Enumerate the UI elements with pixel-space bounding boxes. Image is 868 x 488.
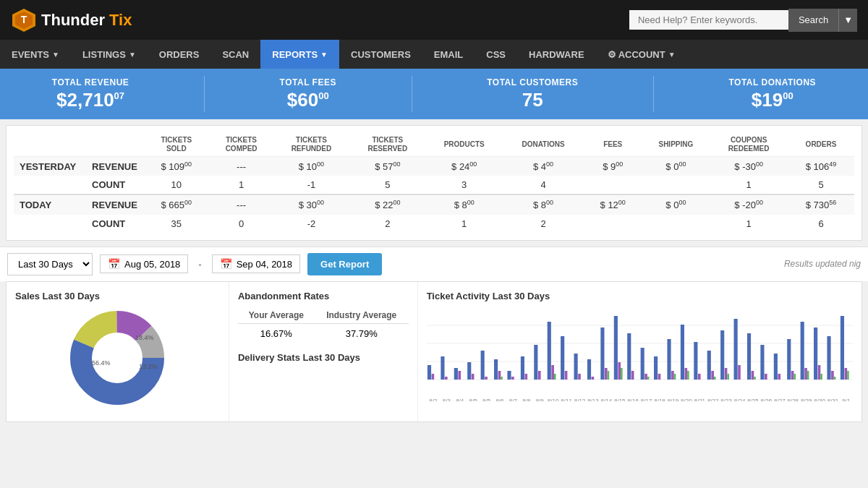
- yd-count-comped: 1: [210, 176, 273, 194]
- stat-divider-1: [204, 76, 205, 112]
- svg-rect-58: [694, 342, 697, 380]
- stats-bar: TOTAL REVENUE $2,71007 TOTAL FEES $6000 …: [0, 69, 868, 119]
- yd-count-refunded: -1: [273, 176, 349, 194]
- svg-rect-30: [547, 322, 550, 380]
- td-rev-comped: ---: [210, 194, 273, 214]
- today-revenue-row: TODAY REVENUE $ 66500 --- $ 3000 $ 2200 …: [14, 194, 854, 214]
- stat-total-customers: TOTAL CUSTOMERS 75: [487, 77, 578, 111]
- x-label-15: 8/16: [626, 398, 639, 401]
- svg-rect-78: [800, 322, 804, 380]
- nav-email[interactable]: EMAIL: [422, 40, 475, 69]
- donut-chart: 56.4% 18.4% 13.2%: [63, 304, 171, 412]
- svg-rect-54: [673, 374, 676, 380]
- svg-rect-37: [587, 359, 591, 380]
- account-arrow: ▼: [668, 51, 676, 59]
- report-table-section: TICKETSSOLD TICKETSCOMPED TICKETSREFUNDE…: [6, 125, 862, 241]
- svg-rect-43: [618, 362, 621, 380]
- svg-rect-14: [445, 377, 448, 380]
- nav-hardware[interactable]: HARDWARE: [517, 40, 596, 69]
- svg-rect-88: [844, 368, 847, 380]
- nav-reports[interactable]: REPORTS ▼: [260, 40, 339, 69]
- svg-rect-18: [471, 374, 474, 380]
- controls-row: Last 30 Days Last 7 Days Last 90 Days Cu…: [0, 247, 868, 281]
- th-tickets-refunded: TICKETSREFUNDED: [273, 133, 349, 157]
- yd-count-reserved: 5: [349, 176, 425, 194]
- x-label-30: 8/31: [826, 398, 839, 401]
- th-group: [14, 133, 86, 157]
- svg-rect-71: [760, 345, 764, 380]
- abandon-col2-header: Industry Average: [315, 307, 409, 324]
- svg-rect-83: [820, 374, 822, 380]
- get-report-button[interactable]: Get Report: [307, 253, 382, 275]
- svg-rect-22: [498, 371, 501, 380]
- ticket-activity-title: Ticket Activity Last 30 Days: [427, 291, 853, 301]
- td-count-donations: 2: [503, 215, 584, 233]
- svg-rect-39: [600, 328, 604, 380]
- svg-rect-73: [773, 354, 777, 380]
- yd-rev-products: $ 2400: [425, 157, 503, 176]
- date-range-select[interactable]: Last 30 Days Last 7 Days Last 90 Days Cu…: [7, 253, 93, 275]
- donut-chart-wrap: 56.4% 18.4% 13.2%: [15, 307, 220, 408]
- search-dropdown-button[interactable]: ▼: [838, 9, 857, 32]
- donut-label-yellow: 18.4%: [135, 334, 154, 341]
- calendar-from-icon: 📅: [108, 258, 120, 270]
- svg-rect-59: [698, 374, 701, 380]
- yd-rev-comped: ---: [210, 157, 273, 176]
- bar-chart-wrap: 8/28/38/48/58/58/68/78/88/98/108/118/128…: [427, 307, 853, 401]
- svg-rect-38: [591, 377, 594, 380]
- logo[interactable]: T ThunderTix: [11, 7, 132, 33]
- yd-count-fees: [584, 176, 642, 194]
- nav-account[interactable]: ⚙ ACCOUNT ▼: [596, 40, 687, 69]
- td-count-reserved: 2: [349, 215, 425, 233]
- yesterday-count-row: COUNT 10 1 -1 5 3 4 1 5: [14, 176, 854, 194]
- x-label-1: 8/3: [440, 398, 453, 401]
- svg-rect-65: [727, 374, 729, 380]
- x-label-8: 8/9: [533, 398, 546, 401]
- nav-scan[interactable]: SCAN: [210, 40, 260, 69]
- x-label-26: 8/27: [773, 398, 786, 401]
- svg-rect-79: [804, 368, 807, 380]
- x-label-9: 8/10: [546, 398, 559, 401]
- svg-text:T: T: [21, 14, 27, 25]
- x-label-27: 8/28: [786, 398, 799, 401]
- svg-rect-26: [520, 356, 524, 380]
- svg-rect-31: [551, 365, 554, 380]
- yd-count-products: 3: [425, 176, 503, 194]
- svg-rect-15: [454, 368, 457, 380]
- x-label-29: 8/30: [813, 398, 826, 401]
- date-from[interactable]: Aug 05, 2018: [124, 259, 180, 270]
- x-label-12: 8/13: [587, 398, 600, 401]
- yd-rev-donations: $ 400: [503, 157, 584, 176]
- yesterday-revenue-row: YESTERDAY REVENUE $ 10900 --- $ 1000 $ 5…: [14, 157, 854, 176]
- td-rev-orders: $ 73056: [788, 194, 854, 214]
- nav-listings[interactable]: LISTINGS ▼: [71, 40, 148, 69]
- yd-count-group: [14, 176, 86, 194]
- nav-customers[interactable]: CUSTOMERS: [339, 40, 422, 69]
- date-to[interactable]: Sep 04, 2018: [237, 259, 292, 270]
- svg-rect-77: [793, 374, 796, 380]
- x-label-21: 8/22: [707, 398, 720, 401]
- svg-rect-81: [814, 328, 817, 380]
- td-rev-refunded: $ 3000: [273, 194, 349, 214]
- stat-revenue-label: TOTAL REVENUE: [52, 77, 129, 87]
- svg-rect-25: [511, 377, 514, 380]
- svg-rect-12: [431, 374, 434, 380]
- nav-css[interactable]: CSS: [475, 40, 517, 69]
- svg-rect-34: [564, 371, 567, 380]
- td-count-tickets-sold: 35: [143, 215, 210, 233]
- sales-chart-title: Sales Last 30 Days: [15, 291, 220, 301]
- search-input[interactable]: [629, 10, 788, 30]
- nav-orders[interactable]: ORDERS: [148, 40, 211, 69]
- nav-events[interactable]: EVENTS ▼: [0, 40, 71, 69]
- x-label-5: 8/6: [493, 398, 506, 401]
- svg-rect-47: [640, 348, 644, 380]
- th-shipping: SHIPPING: [642, 133, 710, 157]
- svg-rect-62: [714, 377, 716, 380]
- abandonment-data-row: 16.67% 37.79%: [238, 323, 409, 343]
- report-table: TICKETSSOLD TICKETSCOMPED TICKETSREFUNDE…: [14, 133, 854, 233]
- svg-rect-74: [778, 374, 780, 380]
- search-button[interactable]: Search: [788, 9, 838, 32]
- svg-rect-21: [494, 359, 498, 380]
- td-count-fees: [584, 215, 642, 233]
- x-label-19: 8/20: [680, 398, 693, 401]
